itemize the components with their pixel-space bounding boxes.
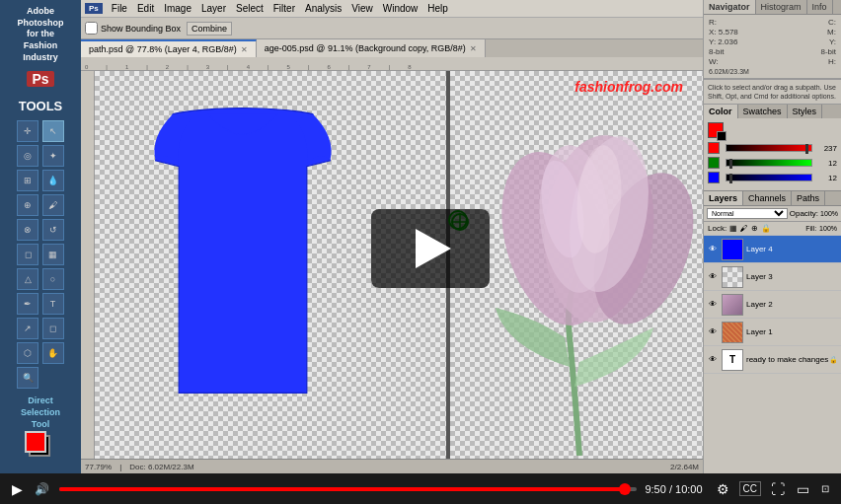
tab1-close-button[interactable]: ✕ — [241, 45, 248, 54]
tool-type[interactable]: T — [42, 293, 64, 315]
menu-select[interactable]: Select — [231, 3, 268, 14]
lock-row: Lock: ▦ 🖌 ⊕ 🔒 Fill: 100% — [704, 222, 841, 236]
tab-info[interactable]: Info — [807, 0, 833, 14]
layer2-name: Layer 2 — [746, 300, 838, 309]
tool-hand[interactable]: ✋ — [42, 342, 64, 364]
lock-pixels-icon[interactable]: 🖌 — [740, 224, 748, 233]
tab-channels[interactable]: Channels — [743, 191, 792, 205]
tab-color[interactable]: Color — [704, 105, 738, 118]
tool-pen[interactable]: ✒ — [17, 293, 38, 315]
lock-all-icon[interactable]: 🔒 — [761, 224, 771, 233]
tool-direct-select[interactable]: ↖ — [42, 120, 64, 142]
tab-navigator[interactable]: Navigator — [704, 0, 756, 14]
tool-history[interactable]: ↺ — [42, 219, 64, 241]
text-layer-visibility-icon[interactable]: 👁 — [707, 354, 719, 366]
tool-dodge[interactable]: ○ — [42, 268, 64, 290]
menu-window[interactable]: Window — [378, 3, 423, 14]
tool-zoom[interactable]: 🔍 — [17, 367, 38, 389]
color-r-row: 237 — [708, 142, 837, 154]
layer-item-layer3[interactable]: 👁 Layer 3 — [704, 263, 841, 291]
menu-view[interactable]: View — [346, 3, 378, 14]
panel-note: Click to select and/or drag a subpath. U… — [704, 80, 841, 105]
show-bounding-box-checkbox[interactable] — [85, 22, 98, 35]
tool-path-select[interactable]: ↗ — [17, 318, 38, 339]
tool-eyedropper[interactable]: 💧 — [42, 170, 64, 191]
canvas-area[interactable]: fashionfrog.com — [95, 71, 703, 459]
tool-heal[interactable]: ⊕ — [17, 194, 38, 216]
settings-button[interactable]: ⚙ — [715, 479, 731, 499]
lock-transparent-icon[interactable]: ▦ — [729, 224, 737, 233]
fullscreen-button[interactable]: ⛶ — [769, 479, 787, 499]
theater-button[interactable]: ▭ — [795, 479, 811, 499]
tool-move[interactable]: ✛ — [17, 120, 38, 142]
progress-bar[interactable] — [59, 487, 637, 491]
tool-eraser[interactable]: ◻ — [17, 244, 38, 265]
time-display: 9:50 / 10:00 — [645, 483, 702, 495]
menu-layer[interactable]: Layer — [196, 3, 231, 14]
tool-shape[interactable]: ◻ — [42, 318, 64, 339]
show-bounding-box-label: Show Bounding Box — [101, 24, 181, 34]
g-slider[interactable] — [726, 159, 812, 167]
color-b-row: 12 — [708, 172, 837, 183]
layer3-visibility-icon[interactable]: 👁 — [707, 271, 719, 283]
menu-analysis[interactable]: Analysis — [300, 3, 346, 14]
info-r-row: R: C: — [709, 18, 836, 27]
b-slider[interactable] — [726, 174, 812, 181]
tool-3d[interactable]: ⬡ — [17, 342, 38, 364]
layer-item-layer2[interactable]: 👁 Layer 2 — [704, 291, 841, 319]
volume-button[interactable]: 🔊 — [33, 480, 51, 498]
tool-brush[interactable]: 🖌 — [42, 194, 64, 216]
tool-clone[interactable]: ⊗ — [17, 219, 38, 241]
menu-edit[interactable]: Edit — [132, 3, 159, 14]
layer3-name: Layer 3 — [746, 272, 838, 281]
lock-label: Lock: — [708, 224, 726, 233]
combine-button[interactable]: Combine — [187, 22, 232, 36]
tab-paths[interactable]: Paths — [792, 191, 825, 205]
layer1-name: Layer 1 — [746, 327, 838, 336]
tab-layers[interactable]: Layers — [704, 191, 743, 205]
layer2-visibility-icon[interactable]: 👁 — [707, 299, 719, 311]
info-r-label: R: — [709, 18, 717, 27]
tool-gradient[interactable]: ▦ — [42, 244, 64, 265]
tab2-close-button[interactable]: ✕ — [470, 44, 477, 53]
layer-item-layer1[interactable]: 👁 Layer 1 — [704, 319, 841, 346]
panel-info-area: R: C: X: 5.578 M: Y: 2.036 Y: 8-bit 8-bi… — [704, 15, 841, 80]
foreground-color-swatch[interactable] — [25, 431, 46, 453]
info-y2-label: Y: — [829, 37, 836, 46]
r-slider[interactable] — [726, 144, 812, 152]
layer-item-layer4[interactable]: 👁 Layer 4 — [704, 236, 841, 263]
lock-position-icon[interactable]: ⊕ — [751, 224, 758, 233]
doc-size-right: 2/2.64M — [670, 463, 699, 471]
tab-histogram[interactable]: Histogram — [756, 0, 807, 14]
text-layer-lock-icon: 🔒 — [829, 356, 838, 364]
play-pause-button[interactable]: ▶ — [10, 479, 25, 499]
menu-filter[interactable]: Filter — [268, 3, 300, 14]
r-value: 237 — [815, 144, 837, 153]
tab-path-psd[interactable]: path.psd @ 77.8% (Layer 4, RGB/8#) ✕ — [81, 39, 257, 57]
blend-mode-select[interactable]: Normal Multiply Screen — [707, 208, 788, 219]
play-button[interactable] — [371, 209, 490, 288]
tab-age-psd[interactable]: age-005.psd @ 91.1% (Background copy, RG… — [257, 39, 486, 57]
tool-crop[interactable]: ⊞ — [17, 170, 38, 191]
menu-file[interactable]: File — [107, 3, 132, 14]
bg-swatch[interactable] — [717, 131, 726, 141]
menu-help[interactable]: Help — [422, 3, 453, 14]
cc-button[interactable]: CC — [739, 481, 761, 496]
doc-size: Doc: 6.02M/22.3M — [129, 463, 193, 471]
layer1-visibility-icon[interactable]: 👁 — [707, 326, 719, 338]
info-x-row: X: 5.578 M: — [709, 28, 836, 36]
tool-blur[interactable]: △ — [17, 268, 38, 290]
tools-grid: ✛ ↖ ◎ ✦ ⊞ 💧 ⊕ 🖌 ⊗ ↺ ◻ ▦ △ ○ ✒ T ↗ ◻ ⬡ ✋ … — [16, 119, 65, 390]
layer-item-text[interactable]: 👁 T ready to make changes 🔒 — [704, 346, 841, 374]
tool-lasso[interactable]: ◎ — [17, 145, 38, 167]
fg-swatch[interactable] — [708, 122, 724, 138]
video-controls: ▶ 🔊 9:50 / 10:00 ⚙ CC ⛶ ▭ ⊡ — [0, 473, 841, 504]
vertical-ruler — [81, 71, 95, 459]
miniplayer-button[interactable]: ⊡ — [819, 481, 831, 496]
menu-image[interactable]: Image — [159, 3, 196, 14]
tab-swatches[interactable]: Swatches — [738, 105, 788, 118]
layer4-visibility-icon[interactable]: 👁 — [707, 244, 719, 255]
text-layer-name: ready to make changes — [746, 355, 829, 364]
tab-styles[interactable]: Styles — [788, 105, 823, 118]
tool-magic-wand[interactable]: ✦ — [42, 145, 64, 167]
